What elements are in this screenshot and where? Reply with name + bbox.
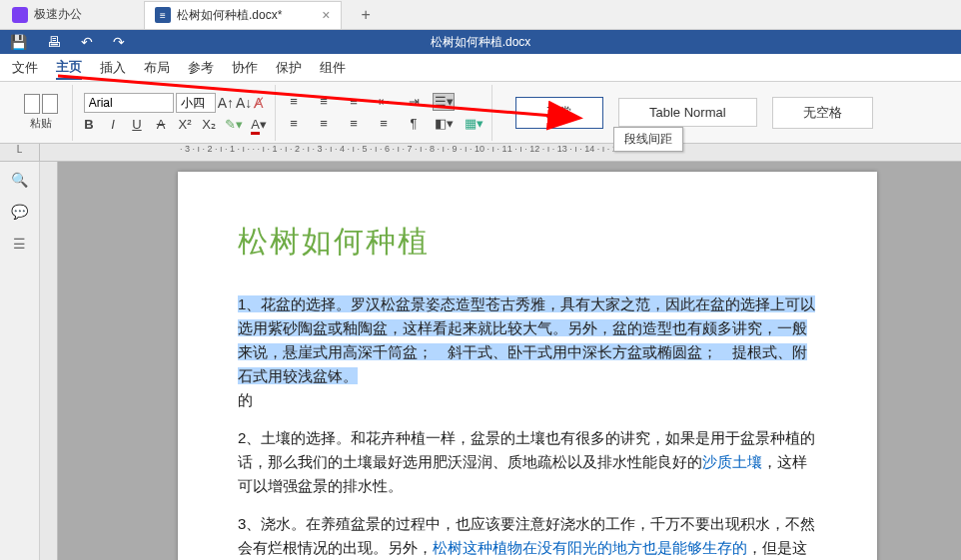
clear-formatting-icon[interactable]: A̸ — [254, 95, 264, 111]
menu-layout[interactable]: 布局 — [144, 57, 170, 79]
align-left-icon[interactable]: ≡ — [284, 116, 304, 132]
menu-insert[interactable]: 插入 — [100, 57, 126, 79]
paragraph-mark-icon[interactable]: ¶ — [404, 116, 424, 132]
comment-icon[interactable]: 💬 — [11, 204, 28, 220]
italic-button[interactable]: I — [105, 117, 121, 132]
menu-home[interactable]: 主页 — [56, 56, 82, 80]
style-table-normal[interactable]: Table Normal — [618, 98, 757, 127]
subscript-button[interactable]: X₂ — [201, 117, 217, 132]
shading-icon[interactable]: ◧▾ — [434, 116, 454, 132]
font-color-button[interactable]: A▾ — [251, 117, 267, 132]
font-size-select[interactable] — [176, 93, 216, 113]
paragraph-1: 1、花盆的选择。罗汉松盆景姿态造型苍古秀雅，具有大家之范，因此在盆的选择上可以选… — [238, 292, 817, 412]
paragraph-2: 2、土壤的选择。和花卉种植一样，盆景的土壤也有很多的讲究，如果是用于盆景种植的话… — [238, 426, 817, 498]
menu-components[interactable]: 组件 — [320, 57, 346, 79]
paragraph-3: 3、浇水。在养殖盆景的过程中，也应该要注意好浇水的工作，千万不要出现积水，不然会… — [238, 512, 817, 560]
app-logo-icon — [12, 7, 28, 23]
left-sidebar: 🔍 💬 ☰ — [0, 162, 40, 560]
ruler-corner: L — [0, 144, 40, 162]
strike-button[interactable]: A — [153, 117, 169, 132]
selected-text[interactable]: 1、花盆的选择。罗汉松盆景姿态造型苍古秀雅，具有大家之范，因此在盆的选择上可以选… — [238, 295, 815, 384]
undo-icon[interactable]: ↶ — [81, 34, 93, 50]
increase-indent-icon[interactable]: ⇥ — [404, 94, 424, 110]
ruler-area: L · 3 · ı · 2 · ı · 1 · ı · · · ı · 1 · … — [0, 144, 961, 162]
tooltip-line-spacing: 段线间距 — [613, 127, 683, 152]
paste-icon-2[interactable] — [42, 94, 58, 114]
font-group: A↑ A↓ A̸ B I U A X² X₂ ✎▾ A▾ — [73, 85, 276, 141]
font-name-select[interactable] — [84, 93, 174, 113]
new-tab-button[interactable]: + — [362, 6, 371, 24]
style-no-space[interactable]: 无空格 — [772, 97, 873, 129]
print-icon[interactable]: 🖶 — [47, 34, 61, 50]
page: 松树如何种植 1、花盆的选择。罗汉松盆景姿态造型苍古秀雅，具有大家之范，因此在盆… — [178, 172, 877, 560]
horizontal-ruler[interactable]: · 3 · ı · 2 · ı · 1 · ı · · · ı · 1 · ı … — [40, 144, 961, 162]
doc-icon: ≡ — [155, 7, 171, 23]
multilevel-list-icon[interactable]: ≡ — [344, 94, 364, 110]
highlight-button[interactable]: ✎▾ — [225, 117, 243, 132]
save-icon[interactable]: 💾 — [10, 34, 27, 50]
bullet-list-icon[interactable]: ≡ — [284, 94, 304, 110]
document-tab-title: 松树如何种植.docx* — [177, 7, 282, 24]
menu-collaborate[interactable]: 协作 — [232, 57, 258, 79]
document-area: 🔍 💬 ☰ 松树如何种植 1、花盆的选择。罗汉松盆景姿态造型苍古秀雅，具有大家之… — [0, 162, 961, 560]
titlebar: 💾 🖶 ↶ ↷ 松树如何种植.docx — [0, 30, 961, 54]
underline-button[interactable]: U — [129, 117, 145, 132]
search-icon[interactable]: 🔍 — [11, 172, 28, 188]
align-justify-icon[interactable]: ≡ — [374, 116, 394, 132]
redo-icon[interactable]: ↷ — [113, 34, 125, 50]
paragraph-group: ≡ ≡ ≡ ⇤ ⇥ ☰▾ ≡ ≡ ≡ ≡ ¶ ◧▾ ▦▾ — [276, 85, 492, 141]
number-list-icon[interactable]: ≡ — [314, 94, 334, 110]
window-title: 松树如何种植.docx — [431, 34, 531, 51]
ribbon-toolbar: 粘贴 A↑ A↓ A̸ B I U A X² X₂ ✎▾ A▾ ≡ ≡ ≡ — [0, 82, 961, 144]
quick-access-toolbar: 💾 🖶 ↶ ↷ — [0, 34, 125, 50]
paste-icon[interactable] — [24, 94, 40, 114]
page-canvas[interactable]: 松树如何种植 1、花盆的选择。罗汉松盆景姿态造型苍古秀雅，具有大家之范，因此在盆… — [58, 162, 961, 560]
window-tabbar: 极速办公 ≡ 松树如何种植.docx* × + — [0, 0, 961, 30]
borders-icon[interactable]: ▦▾ — [464, 116, 483, 132]
link-plant[interactable]: 松树这种植物在没有阳光的地方也是能够生存的 — [433, 539, 747, 556]
line-spacing-button[interactable]: ☰▾ — [434, 94, 454, 110]
decrease-fontsize-icon[interactable]: A↓ — [236, 95, 252, 111]
paste-label[interactable]: 粘贴 — [30, 116, 52, 131]
outline-icon[interactable]: ☰ — [13, 236, 26, 252]
menu-file[interactable]: 文件 — [12, 57, 38, 79]
bold-button[interactable]: B — [81, 117, 97, 132]
decrease-indent-icon[interactable]: ⇤ — [374, 94, 394, 110]
clipboard-group: 粘贴 — [10, 85, 73, 141]
increase-fontsize-icon[interactable]: A↑ — [218, 95, 234, 111]
align-center-icon[interactable]: ≡ — [314, 116, 334, 132]
close-icon[interactable]: × — [322, 7, 330, 23]
align-right-icon[interactable]: ≡ — [344, 116, 364, 132]
menu-protect[interactable]: 保护 — [276, 57, 302, 79]
style-normal[interactable]: 正常 — [515, 97, 603, 129]
link-soil[interactable]: 沙质土壤 — [702, 453, 762, 470]
vertical-ruler[interactable] — [40, 162, 58, 560]
doc-title: 松树如何种植 — [238, 222, 817, 263]
app-home-tab[interactable]: 极速办公 — [0, 0, 94, 30]
app-name: 极速办公 — [34, 6, 82, 23]
superscript-button[interactable]: X² — [177, 117, 193, 132]
menu-references[interactable]: 参考 — [188, 57, 214, 79]
styles-group: 正常 Table Normal 无空格 — [492, 85, 881, 141]
document-tab[interactable]: ≡ 松树如何种植.docx* × — [144, 1, 342, 29]
menubar: 文件 主页 插入 布局 参考 协作 保护 组件 — [0, 54, 961, 82]
